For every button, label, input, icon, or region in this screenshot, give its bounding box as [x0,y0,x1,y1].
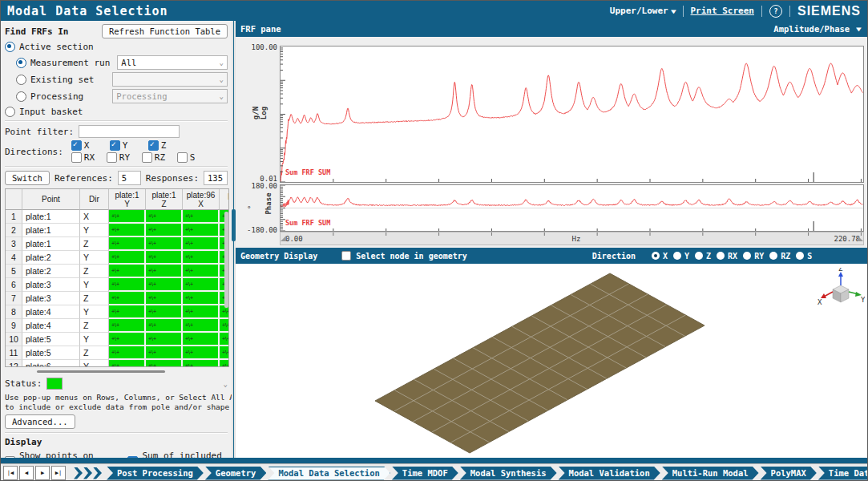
frf-included-cell[interactable]: +\+ [146,265,183,278]
table-column-header[interactable]: plate:1Y [109,189,146,210]
point-cell[interactable]: plate:4 [22,305,80,319]
resize-grip-icon[interactable] [858,236,863,241]
frf-included-cell[interactable]: +\+ [183,210,220,224]
existing-set-radio[interactable] [16,75,26,85]
geometry-direction-radio-s[interactable] [796,252,804,260]
dir-cell[interactable]: Y [80,333,109,346]
help-icon[interactable]: ? [769,5,782,18]
frf-included-cell[interactable]: +\+ [146,305,183,319]
frf-included-cell[interactable]: +\+ [220,360,229,367]
point-cell[interactable]: plate:3 [22,278,80,292]
geometry-direction-radio-rx[interactable] [717,252,725,260]
frf-included-cell[interactable]: +\+ [146,360,183,367]
table-column-header[interactable]: plate:Y [220,189,229,210]
row-number[interactable]: 9 [6,319,22,333]
vertical-scrollbar[interactable] [224,212,228,308]
workflow-tab-multi-run-modal[interactable]: Multi-Run Modal [662,467,759,480]
x-axis-strip[interactable]: 0.00 Hz 220.78 [280,232,864,245]
frf-included-cell[interactable]: +\+ [109,346,146,360]
point-cell[interactable]: plate:5 [22,346,80,360]
table-column-header[interactable] [6,189,22,210]
geometry-direction-radio-rz[interactable] [769,252,777,260]
select-node-checkbox[interactable] [341,251,351,261]
direction-checkbox-ry[interactable] [107,152,117,163]
point-cell[interactable]: plate:6 [22,360,80,367]
plate-geometry[interactable] [236,264,868,458]
frf-included-cell[interactable]: +\+ [183,360,220,367]
frf-included-cell[interactable]: +\+ [183,292,220,305]
frf-included-cell[interactable]: +\+ [183,237,220,251]
geometry-direction-radio-z[interactable] [695,252,703,260]
input-basket-radio[interactable] [5,107,15,117]
row-number[interactable]: 2 [6,224,22,237]
horizontal-scrollbar[interactable] [37,370,165,373]
dir-cell[interactable]: Z [80,292,109,305]
dir-cell[interactable]: Y [80,278,109,292]
workflow-tab-geometry[interactable]: Geometry [205,467,267,480]
pager-button-0[interactable]: |◀ [3,466,18,480]
dir-cell[interactable]: Y [80,251,109,265]
advanced-button[interactable]: Advanced... [5,414,75,429]
amplitude-plot[interactable] [280,46,864,183]
row-number[interactable]: 12 [6,360,22,367]
geometry-direction-radio-x[interactable] [652,252,660,260]
frf-included-cell[interactable]: +\+ [183,224,220,237]
direction-checkbox-z[interactable] [148,140,159,151]
frf-included-cell[interactable]: +\+ [146,237,183,251]
processing-combobox[interactable]: Processing ⌄ [112,89,228,103]
upper-lower-dropdown[interactable]: Upper/Lower▼ [610,6,676,16]
row-number[interactable]: 6 [6,278,22,292]
workflow-tab-polymax[interactable]: PolyMAX [761,467,817,480]
geometry-direction-radio-ry[interactable] [743,252,751,260]
geometry-direction-radio-y[interactable] [673,252,681,260]
frf-included-cell[interactable]: +\+ [183,251,220,265]
frf-included-cell[interactable]: +\+ [146,210,183,224]
workflow-tab-post-processing[interactable]: Post Processing [107,467,204,480]
pager-button-3[interactable]: ▶| [51,466,66,480]
frf-included-cell[interactable]: +\+ [146,251,183,265]
frf-included-cell[interactable]: +\+ [183,278,220,292]
row-number[interactable]: 5 [6,265,22,278]
row-number[interactable]: 8 [6,305,22,319]
frf-included-cell[interactable]: +\+ [220,319,229,333]
frf-included-cell[interactable]: +\+ [220,333,229,346]
frf-included-cell[interactable]: +\+ [109,278,146,292]
dir-cell[interactable]: Z [80,346,109,360]
dir-cell[interactable]: Y [80,360,109,367]
row-number[interactable]: 4 [6,251,22,265]
point-cell[interactable]: plate:1 [22,224,80,237]
dir-cell[interactable]: Y [80,224,109,237]
frf-included-cell[interactable]: +\+ [109,292,146,305]
frf-included-cell[interactable]: +\+ [109,305,146,319]
dir-cell[interactable]: Z [80,265,109,278]
dir-cell[interactable]: X [80,210,109,224]
workflow-tab-time-data-selection[interactable]: Time Data Selection [818,467,868,480]
row-number[interactable]: 7 [6,292,22,305]
refresh-function-table-button[interactable]: Refresh Function Table [102,24,228,38]
frf-included-cell[interactable]: +\+ [183,333,220,346]
measurement-run-radio[interactable] [16,58,26,68]
chevron-down-icon[interactable]: ⌄ [224,380,228,388]
point-filter-input[interactable] [79,125,180,138]
frf-included-cell[interactable]: +\+ [146,224,183,237]
pager-button-1[interactable]: ◀ [19,466,34,480]
point-cell[interactable]: plate:1 [22,210,80,224]
dir-cell[interactable]: Y [80,305,109,319]
frf-included-cell[interactable]: +\+ [183,346,220,360]
frf-included-cell[interactable]: +\+ [109,251,146,265]
point-cell[interactable]: plate:2 [22,251,80,265]
workflow-tab-time-mdof[interactable]: Time MDOF [392,467,458,480]
direction-checkbox-rx[interactable] [71,152,82,163]
direction-checkbox-rz[interactable] [142,152,152,163]
frf-function-table[interactable]: PointDirplate:1Yplate:1Zplate:96Xplate:Y… [5,188,229,367]
point-cell[interactable]: plate:4 [22,319,80,333]
switch-button[interactable]: Switch [5,171,50,185]
frf-included-cell[interactable]: +\+ [183,319,220,333]
horizontal-scrollbar-track[interactable] [5,369,228,375]
row-number[interactable]: 1 [6,210,22,224]
direction-checkbox-y[interactable] [110,140,120,151]
workflow-tab-modal-validation[interactable]: Modal Validation [559,467,660,480]
dir-cell[interactable]: Z [80,237,109,251]
frf-included-cell[interactable]: +\+ [146,346,183,360]
frf-included-cell[interactable]: +\+ [220,346,229,360]
